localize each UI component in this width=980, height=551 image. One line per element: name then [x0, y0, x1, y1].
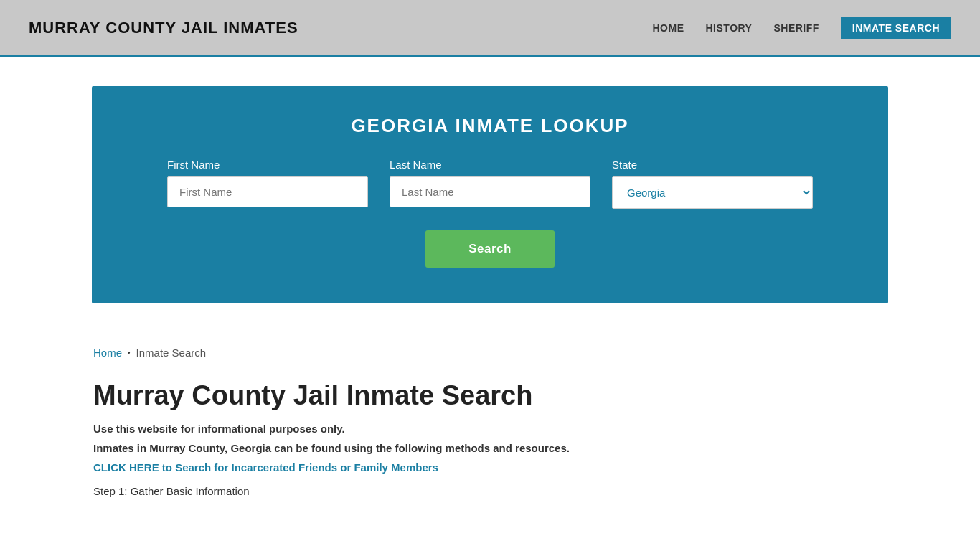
search-btn-row: Search [135, 230, 845, 268]
site-title: MURRAY COUNTY JAIL INMATES [29, 19, 298, 37]
nav-history[interactable]: HISTORY [706, 22, 753, 34]
breadcrumb-current: Inmate Search [136, 347, 207, 359]
state-group: State Georgia [612, 159, 813, 209]
breadcrumb-home-link[interactable]: Home [93, 347, 122, 359]
nav-sheriff[interactable]: SHERIFF [773, 22, 819, 34]
info-line-2: Inmates in Murray County, Georgia can be… [93, 442, 887, 454]
first-name-input[interactable] [167, 176, 368, 207]
state-label: State [612, 159, 813, 171]
info-line-1: Use this website for informational purpo… [93, 423, 887, 435]
nav-home[interactable]: HOME [653, 22, 684, 34]
form-row: First Name Last Name State Georgia [135, 159, 845, 209]
last-name-input[interactable] [390, 176, 590, 207]
last-name-group: Last Name [390, 159, 590, 209]
breadcrumb: Home • Inmate Search [0, 332, 980, 373]
main-nav: HOME HISTORY SHERIFF INMATE SEARCH [653, 17, 952, 39]
site-header: MURRAY COUNTY JAIL INMATES HOME HISTORY … [0, 0, 980, 57]
main-content: Murray County Jail Inmate Search Use thi… [0, 373, 980, 526]
last-name-label: Last Name [390, 159, 590, 171]
state-select[interactable]: Georgia [612, 176, 813, 209]
step-1-text: Step 1: Gather Basic Information [93, 485, 887, 497]
inmate-lookup-widget: GEORGIA INMATE LOOKUP First Name Last Na… [92, 86, 888, 303]
search-button[interactable]: Search [425, 230, 555, 268]
incarcerated-search-link[interactable]: CLICK HERE to Search for Incarcerated Fr… [93, 461, 887, 474]
page-title: Murray County Jail Inmate Search [93, 380, 887, 411]
first-name-group: First Name [167, 159, 368, 209]
widget-title: GEORGIA INMATE LOOKUP [135, 115, 845, 137]
nav-inmate-search[interactable]: INMATE SEARCH [841, 17, 951, 39]
breadcrumb-separator: • [128, 349, 131, 357]
first-name-label: First Name [167, 159, 368, 171]
